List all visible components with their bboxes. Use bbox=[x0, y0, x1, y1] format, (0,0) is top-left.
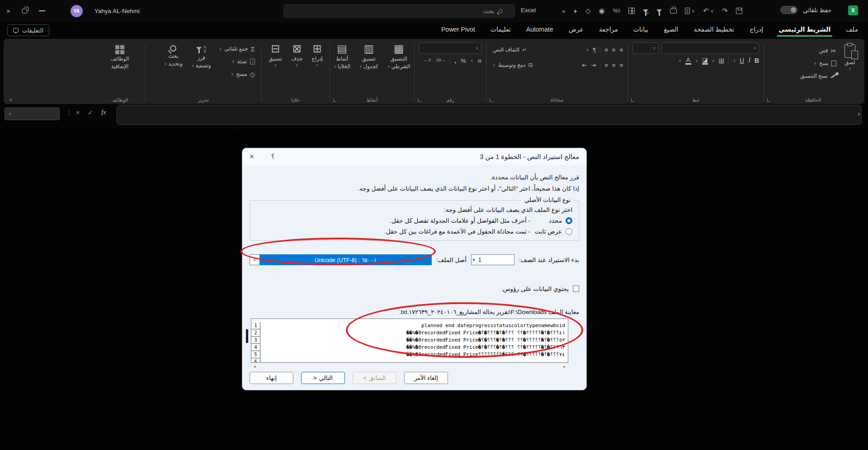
copy-button[interactable]: نسخ∨ bbox=[798, 58, 838, 69]
formula-input[interactable] bbox=[117, 105, 862, 125]
increase-indent-icon[interactable]: ⇤ bbox=[582, 62, 587, 69]
tab-formulas[interactable]: الصيغ bbox=[663, 24, 679, 37]
merge-center-button[interactable]: ⊟دمج وتوسيط∨ bbox=[491, 60, 535, 70]
autosum-button[interactable]: Σجمع تلقائي∨ bbox=[217, 43, 257, 54]
percent-format-icon[interactable]: % bbox=[461, 57, 466, 64]
format-cells-button[interactable]: ⊟ تنسيق ∨ bbox=[266, 42, 285, 69]
format-as-table-button[interactable]: ▥ تنسيق كجدول∨ bbox=[357, 42, 381, 71]
tab-automate[interactable]: Automate bbox=[525, 24, 554, 37]
font-name-select[interactable]: ∨ bbox=[661, 42, 759, 54]
delimited-option[interactable]: محدد - أحرف مثل الفواصل أو علامات الجدول… bbox=[256, 217, 572, 224]
start-row-spinner[interactable]: ▴▾ 1 bbox=[471, 254, 514, 265]
finish-button[interactable]: إنهاء bbox=[250, 372, 293, 384]
bold-button[interactable]: B bbox=[755, 57, 759, 64]
tab-review[interactable]: مراجعة bbox=[598, 24, 619, 37]
accounting-format-icon[interactable]: ¤ bbox=[478, 57, 481, 64]
search-input[interactable]: بحث bbox=[283, 4, 515, 18]
sort-filter-button[interactable]: AZ فرز وتصفية∨ bbox=[189, 44, 214, 70]
fill-color-button[interactable]: ◪ bbox=[702, 57, 708, 65]
tab-view[interactable]: عرض bbox=[568, 24, 585, 37]
radio-selected-icon[interactable] bbox=[566, 217, 572, 224]
scroll-right-icon[interactable]: ▸ bbox=[563, 364, 566, 369]
insert-cells-button[interactable]: ⊞ إدراج ∨ bbox=[309, 42, 326, 69]
text-direction-icon[interactable]: ¶ bbox=[593, 47, 596, 53]
back-button[interactable]: <السابق bbox=[353, 372, 396, 384]
tab-file[interactable]: ملف bbox=[845, 24, 859, 37]
delete-cells-button[interactable]: ⊠ حذف ∨ bbox=[288, 42, 305, 69]
preview-vertical-scrollbar[interactable] bbox=[246, 329, 248, 343]
increase-decimal-icon[interactable]: .00→ bbox=[435, 58, 445, 63]
filter-icon[interactable] bbox=[656, 9, 662, 13]
restore-window-icon[interactable] bbox=[22, 9, 27, 14]
collapse-ribbon-icon[interactable]: ∨ bbox=[9, 97, 12, 102]
borders-button[interactable]: ⊞ bbox=[719, 57, 725, 64]
format-painter-button[interactable]: نسخ التنسيق bbox=[798, 70, 838, 81]
excel-logo[interactable]: X bbox=[848, 5, 858, 15]
chevrons-more-icon[interactable]: « bbox=[562, 8, 565, 14]
align-right-icon[interactable]: ≡ bbox=[619, 62, 623, 69]
clear-button[interactable]: ◇مسح∨ bbox=[217, 69, 257, 80]
headers-checkbox-row[interactable]: يحتوي البيانات على رؤوس. bbox=[250, 285, 579, 292]
preview-horizontal-scrollbar[interactable]: ◂ ▸ bbox=[251, 363, 568, 369]
cancel-button[interactable]: إلغاء الأمر bbox=[404, 372, 448, 384]
dialog-launcher-icon[interactable] bbox=[333, 98, 336, 102]
tab-insert[interactable]: إدراج bbox=[749, 24, 764, 37]
align-center-icon[interactable]: ≡ bbox=[612, 62, 616, 69]
chevron-down-icon[interactable]: ∨ bbox=[250, 254, 259, 265]
fill-button[interactable]: ↓تعبئة∨ bbox=[217, 56, 257, 67]
tab-data[interactable]: بيانات bbox=[632, 24, 650, 37]
avatar[interactable]: YA bbox=[71, 5, 83, 17]
chevron-down-icon[interactable]: ∨ bbox=[733, 59, 736, 63]
dialog-launcher-icon[interactable] bbox=[418, 98, 421, 102]
autosave-toggle[interactable] bbox=[780, 6, 797, 14]
help-icon[interactable]: ؟ bbox=[271, 153, 274, 160]
file-origin-select[interactable]: Unicode (UTF-8) : ٦٥٠٠١ ∨ bbox=[250, 254, 432, 265]
headers-checkbox[interactable] bbox=[573, 286, 579, 292]
print-icon[interactable] bbox=[670, 9, 677, 14]
percent-style-icon[interactable]: %◊ bbox=[613, 8, 621, 14]
close-dialog-icon[interactable]: × bbox=[250, 152, 254, 161]
conditional-formatting-button[interactable]: ▦ التنسيق الشرطي∨ bbox=[385, 42, 413, 71]
clear-filter-icon[interactable]: × bbox=[643, 9, 648, 13]
cell-styles-button[interactable]: ▤ أنماط الخلايا∨ bbox=[331, 42, 353, 71]
spinner-arrows-icon[interactable]: ▴▾ bbox=[472, 255, 476, 265]
dialog-launcher-icon[interactable] bbox=[631, 98, 634, 102]
align-middle-icon[interactable]: ≡ bbox=[612, 47, 616, 53]
tab-help[interactable]: تعليمات bbox=[490, 24, 512, 37]
find-select-button[interactable]: بحث وتحديد∨ bbox=[161, 44, 185, 68]
addins-button[interactable]: الوظائف الإضافية bbox=[108, 44, 132, 71]
font-size-select[interactable]: ∨ bbox=[632, 42, 659, 54]
align-top-icon[interactable]: ≡ bbox=[619, 47, 623, 53]
underline-button[interactable]: U bbox=[740, 57, 744, 64]
close-window-icon[interactable]: × bbox=[6, 7, 10, 15]
minimize-window-icon[interactable] bbox=[39, 10, 45, 11]
align-bottom-icon[interactable]: ≡ bbox=[604, 47, 608, 53]
insert-function-icon[interactable]: fx bbox=[101, 108, 106, 116]
decrease-indent-icon[interactable]: ⇥ bbox=[591, 62, 596, 69]
tab-page-layout[interactable]: تخطيط الصفحة bbox=[693, 24, 736, 37]
formula-bar-handle-icon[interactable]: ⋮ bbox=[66, 109, 72, 117]
next-button[interactable]: >التالي bbox=[301, 372, 345, 384]
comma-format-icon[interactable]: , bbox=[455, 57, 457, 64]
cut-button[interactable]: ✂قص bbox=[798, 45, 838, 56]
paste-button[interactable]: لصق ∨ bbox=[842, 43, 858, 72]
undo-group[interactable]: ↶∨ bbox=[703, 7, 714, 15]
save-icon[interactable] bbox=[736, 8, 742, 14]
comments-button[interactable]: التعليقات bbox=[7, 24, 49, 36]
dialog-launcher-icon[interactable] bbox=[490, 98, 493, 102]
dialog-launcher-icon[interactable] bbox=[767, 98, 770, 102]
file-preview-box[interactable]: 1 2 3 4 5 6 ‭planned end dateprogresssta… bbox=[251, 319, 568, 363]
cancel-entry-icon[interactable]: × bbox=[76, 109, 80, 116]
move-icon[interactable]: + bbox=[573, 7, 577, 15]
eraser-icon[interactable]: ◇ bbox=[585, 7, 591, 15]
scroll-left-icon[interactable]: ◂ bbox=[254, 364, 256, 369]
chevron-down-icon[interactable]: ∨ bbox=[712, 59, 715, 63]
chevron-down-icon[interactable]: ∨ bbox=[586, 48, 589, 52]
fixed-width-option[interactable]: عرض ثابت - تمت محاذاة الحقول في الأعمدة … bbox=[256, 228, 572, 235]
decrease-decimal-icon[interactable]: ←.0 bbox=[424, 58, 431, 63]
redo-icon[interactable]: ↷ bbox=[722, 7, 728, 15]
chevron-down-icon[interactable]: ∨ bbox=[679, 59, 681, 63]
name-box[interactable]: ∨ bbox=[5, 108, 60, 120]
italic-button[interactable]: I bbox=[748, 57, 750, 64]
font-color-button[interactable]: A bbox=[685, 57, 691, 65]
